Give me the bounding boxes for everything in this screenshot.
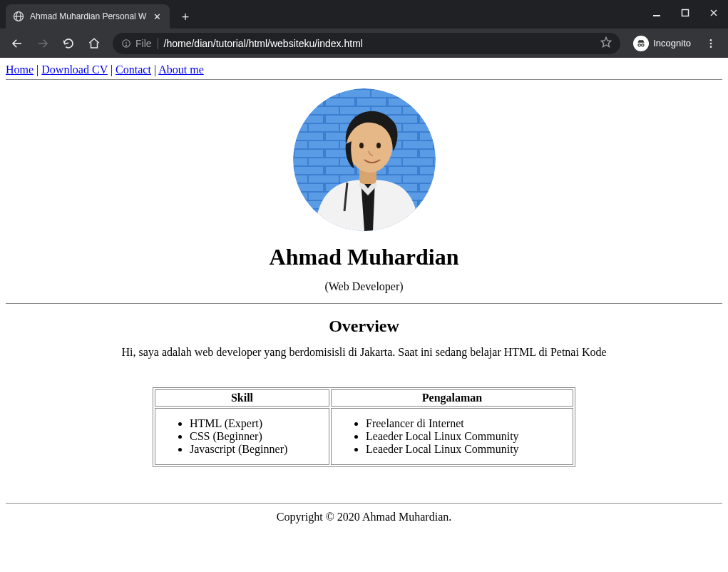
skill-table: Skill Pengalaman HTML (Expert) CSS (Begi…	[153, 387, 575, 467]
avatar	[293, 88, 436, 231]
svg-point-18	[710, 46, 712, 48]
list-item: CSS (Beginner)	[190, 430, 323, 443]
close-window-button[interactable]	[699, 0, 728, 26]
overview-text: Hi, saya adalah web developer yang berdo…	[6, 346, 722, 359]
window-controls	[642, 0, 728, 26]
skills-list: HTML (Expert) CSS (Beginner) Javascript …	[161, 410, 323, 463]
nav-separator: |	[111, 63, 113, 76]
url-scheme-label: File	[135, 38, 152, 49]
nav-link-about-me[interactable]: About me	[158, 63, 204, 76]
url-separator	[158, 38, 158, 49]
address-bar: File /home/dian/tutorial/html/websiteku/…	[0, 29, 728, 58]
subtitle: (Web Developer)	[6, 280, 722, 293]
new-tab-button[interactable]: +	[175, 7, 195, 27]
svg-point-17	[710, 42, 712, 44]
tab-title: Ahmad Muhardian Personal W	[30, 11, 151, 21]
svg-point-30	[359, 143, 364, 148]
forward-button[interactable]	[31, 32, 54, 55]
url-bar[interactable]: File /home/dian/tutorial/html/websiteku/…	[113, 33, 620, 54]
experience-list: Freelancer di Internet Leaeder Local Lin…	[337, 410, 567, 463]
nav-links: Home | Download CV | Contact | About me	[6, 63, 722, 76]
svg-marker-12	[602, 37, 611, 46]
divider	[6, 303, 722, 304]
svg-point-16	[710, 39, 712, 41]
divider	[6, 79, 722, 80]
home-button[interactable]	[83, 32, 106, 55]
tab-bar: Ahmad Muhardian Personal W ✕ +	[0, 0, 728, 29]
maximize-button[interactable]	[671, 0, 699, 26]
list-item: Freelancer di Internet	[366, 417, 567, 430]
name-heading: Ahmad Muhardian	[6, 244, 722, 270]
nav-link-home[interactable]: Home	[6, 63, 34, 76]
back-button[interactable]	[6, 32, 29, 55]
svg-rect-3	[653, 15, 660, 16]
table-cell-skills: HTML (Expert) CSS (Beginner) Javascript …	[155, 408, 329, 465]
overview-heading: Overview	[6, 317, 722, 336]
list-item: HTML (Expert)	[190, 417, 323, 430]
url-path: /home/dian/tutorial/html/websiteku/index…	[164, 38, 595, 49]
nav-separator: |	[154, 63, 156, 76]
nav-link-contact[interactable]: Contact	[116, 63, 151, 76]
incognito-icon	[633, 36, 649, 51]
url-scheme: File	[121, 38, 152, 49]
divider	[6, 503, 722, 504]
browser-tab[interactable]: Ahmad Muhardian Personal W ✕	[6, 4, 170, 29]
browser-chrome: Ahmad Muhardian Personal W ✕ +	[0, 0, 728, 58]
nav-separator: |	[36, 63, 39, 76]
list-item: Javascript (Beginner)	[190, 443, 323, 456]
table-cell-experience: Freelancer di Internet Leaeder Local Lin…	[331, 408, 573, 465]
globe-icon	[13, 11, 24, 22]
table-header-skill: Skill	[155, 389, 329, 407]
minimize-button[interactable]	[642, 0, 671, 26]
svg-point-31	[376, 143, 381, 148]
header-section: Ahmad Muhardian (Web Developer)	[6, 88, 722, 293]
close-icon[interactable]: ✕	[151, 11, 163, 22]
list-item: Leaeder Local Linux Community	[366, 443, 567, 456]
bookmark-star-icon[interactable]	[600, 36, 612, 50]
svg-point-11	[125, 45, 126, 46]
reload-button[interactable]	[57, 32, 80, 55]
page-viewport: Home | Download CV | Contact | About me	[0, 58, 728, 572]
svg-point-13	[638, 44, 641, 46]
svg-rect-4	[682, 10, 689, 16]
footer-text: Copyright © 2020 Ahmad Muhardian.	[6, 511, 722, 524]
table-header-experience: Pengalaman	[331, 389, 573, 407]
svg-point-14	[642, 44, 645, 46]
browser-menu-button[interactable]	[699, 32, 722, 55]
list-item: Leaeder Local Linux Community	[366, 430, 567, 443]
incognito-label: Incognito	[653, 38, 691, 48]
nav-link-download-cv[interactable]: Download CV	[41, 63, 108, 76]
incognito-badge: Incognito	[627, 36, 697, 51]
